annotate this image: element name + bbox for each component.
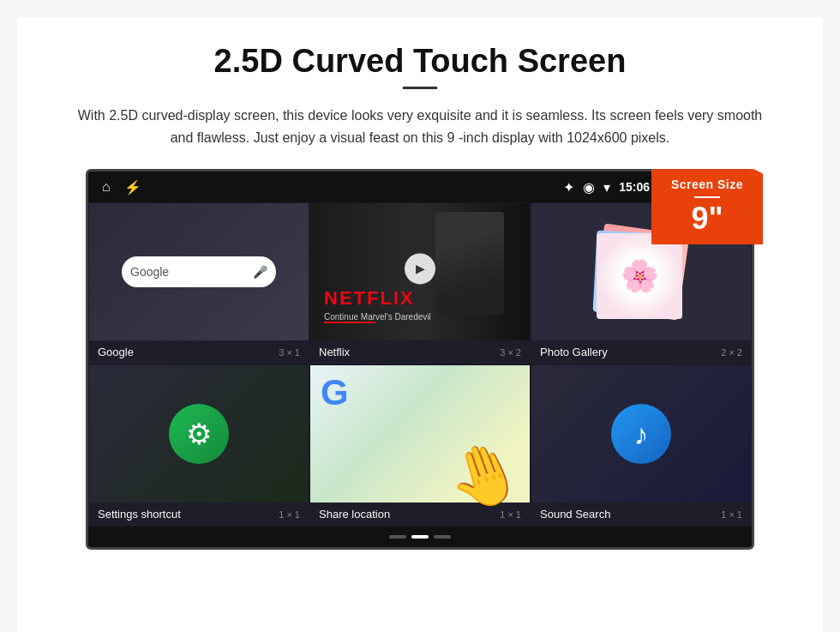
sound-grid-size: 1 × 1 (721, 509, 742, 520)
netflix-play-button[interactable]: ▶ (405, 254, 435, 285)
settings-icon-circle: ⚙ (169, 404, 229, 464)
app-grid: Google 🎤 Google 3 × 1 ▶ (88, 202, 752, 527)
google-maps-g: G (321, 372, 349, 413)
status-time: 15:06 (619, 180, 650, 194)
netflix-logo: NETFLIX (324, 287, 415, 310)
gallery-grid-size: 2 × 2 (721, 347, 742, 358)
usb-icon: ⚡ (124, 179, 141, 196)
app-cell-share[interactable]: G 🤚 Share location 1 × 1 (309, 364, 531, 527)
settings-grid-size: 1 × 1 (279, 509, 300, 520)
bottom-nav (88, 527, 752, 547)
app-cell-google[interactable]: Google 🎤 Google 3 × 1 (88, 202, 309, 364)
google-mic-icon[interactable]: 🎤 (253, 265, 267, 279)
google-grid-size: 3 × 1 (279, 347, 300, 358)
share-grid-size: 1 × 1 (500, 509, 521, 520)
badge-divider (694, 196, 720, 198)
gallery-app-name: Photo Gallery (540, 346, 608, 358)
home-icon[interactable]: ⌂ (102, 179, 111, 195)
badge-label: Screen Size (658, 178, 756, 191)
netflix-red-line (324, 322, 375, 323)
status-left: ⌂ ⚡ (102, 179, 141, 196)
netflix-grid-size: 3 × 2 (500, 347, 521, 358)
page-description: With 2.5D curved-display screen, this de… (69, 105, 771, 148)
nav-dot-2-active[interactable] (411, 535, 429, 539)
gallery-footer: Photo Gallery 2 × 2 (531, 340, 751, 364)
app-cell-netflix[interactable]: ▶ NETFLIX Continue Marvel's Daredevil Ne… (309, 202, 531, 364)
google-footer: Google 3 × 1 (89, 340, 309, 364)
badge-size: 9" (658, 203, 756, 234)
wifi-icon: ▾ (603, 179, 610, 196)
netflix-figure (435, 212, 504, 315)
sound-app-name: Sound Search (540, 508, 610, 521)
settings-content: ⚙ (89, 365, 309, 503)
sound-footer: Sound Search 1 × 1 (531, 503, 751, 526)
share-app-name: Share location (319, 508, 390, 521)
sound-icon-circle: ♪ (611, 404, 671, 464)
google-content: Google 🎤 (89, 203, 309, 340)
nav-dot-1[interactable] (389, 535, 406, 539)
settings-app-name: Settings shortcut (98, 508, 181, 521)
bluetooth-icon: ✦ (563, 179, 574, 196)
google-search-bar[interactable]: Google 🎤 (122, 256, 276, 287)
sound-content: ♪ (531, 365, 751, 503)
netflix-app-name: Netflix (319, 346, 350, 358)
screen-size-badge: Screen Size 9" (651, 169, 763, 244)
page-title: 2.5D Curved Touch Screen (214, 43, 627, 80)
google-logo: Google (130, 265, 169, 279)
gallery-img-main: 🌸 (597, 233, 682, 319)
app-cell-sound[interactable]: ♪ Sound Search 1 × 1 (531, 364, 752, 527)
device-wrapper: Screen Size 9" ⌂ ⚡ ✦ ◉ ▾ 15:06 ◫ 🔈 ✕ (86, 169, 754, 550)
netflix-content: ▶ NETFLIX Continue Marvel's Daredevil (310, 203, 530, 340)
netflix-footer: Netflix 3 × 2 (310, 340, 530, 364)
nav-dot-3[interactable] (434, 535, 451, 539)
settings-gear-icon: ⚙ (186, 417, 212, 451)
netflix-subtitle: Continue Marvel's Daredevil (324, 312, 431, 322)
app-cell-settings[interactable]: ⚙ Settings shortcut 1 × 1 (88, 364, 309, 527)
sound-music-icon: ♪ (634, 418, 649, 451)
netflix-bg: ▶ NETFLIX Continue Marvel's Daredevil (310, 203, 530, 340)
share-content: G 🤚 (310, 365, 530, 503)
google-app-name: Google (98, 346, 134, 358)
page-container: 2.5D Curved Touch Screen With 2.5D curve… (17, 17, 823, 632)
g-blue: G (321, 372, 349, 412)
title-divider (403, 87, 437, 89)
settings-footer: Settings shortcut 1 × 1 (89, 503, 309, 526)
location-icon: ◉ (583, 179, 595, 196)
